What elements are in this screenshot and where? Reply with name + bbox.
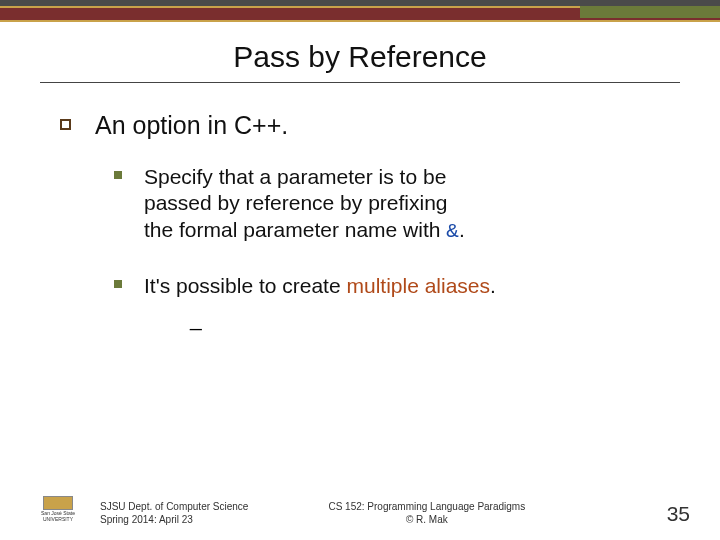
- footer-center-2: © R. Mak: [406, 514, 448, 525]
- sub1-line-b: passed by reference by prefixing: [144, 191, 448, 214]
- sub2-text: It's possible to create multiple aliases…: [144, 273, 496, 299]
- sub-bullet-2: It's possible to create multiple aliases…: [114, 273, 660, 299]
- sub1-line-a: Specify that a parameter is to be: [144, 165, 446, 188]
- bullet-level1: An option in C++.: [60, 111, 660, 140]
- bar-green-accent: [580, 6, 720, 18]
- sub1-line-c: the formal parameter name with: [144, 218, 446, 241]
- footer: San José State UNIVERSITY SJSU Dept. of …: [0, 496, 720, 526]
- sub2-highlight: multiple aliases: [346, 274, 490, 297]
- bullet1-text: An option in C++.: [95, 111, 288, 140]
- sub2-b: .: [490, 274, 496, 297]
- sub-bullets: Specify that a parameter is to be passed…: [60, 164, 660, 331]
- ampersand-code: &: [446, 220, 459, 243]
- sub2-a: It's possible to create: [144, 274, 346, 297]
- footer-left-1: SJSU Dept. of Computer Science: [100, 501, 248, 512]
- footer-left-2: Spring 2014: April 23: [100, 514, 193, 525]
- bullet-filled-square-icon: [114, 280, 122, 288]
- logo-shape: [43, 496, 73, 510]
- logo-text-2: UNIVERSITY: [40, 517, 76, 522]
- bullet-open-square-icon: [60, 119, 71, 130]
- content: An option in C++. Specify that a paramet…: [0, 83, 720, 331]
- page-number: 35: [667, 502, 690, 526]
- sub1-text: Specify that a parameter is to be passed…: [144, 164, 465, 245]
- bullet-filled-square-icon: [114, 171, 122, 179]
- slide-title: Pass by Reference: [0, 40, 720, 74]
- footer-left: SJSU Dept. of Computer Science Spring 20…: [100, 500, 248, 526]
- slide: Pass by Reference An option in C++. Spec…: [0, 0, 720, 540]
- footer-center: CS 152: Programming Language Paradigms ©…: [328, 500, 525, 526]
- sub1-period: .: [459, 218, 465, 241]
- sub-bullet-1: Specify that a parameter is to be passed…: [114, 164, 660, 245]
- top-bar: [0, 0, 720, 22]
- footer-center-1: CS 152: Programming Language Paradigms: [328, 501, 525, 512]
- sjsu-logo: San José State UNIVERSITY: [40, 496, 76, 526]
- underscore-mark: _: [114, 307, 660, 331]
